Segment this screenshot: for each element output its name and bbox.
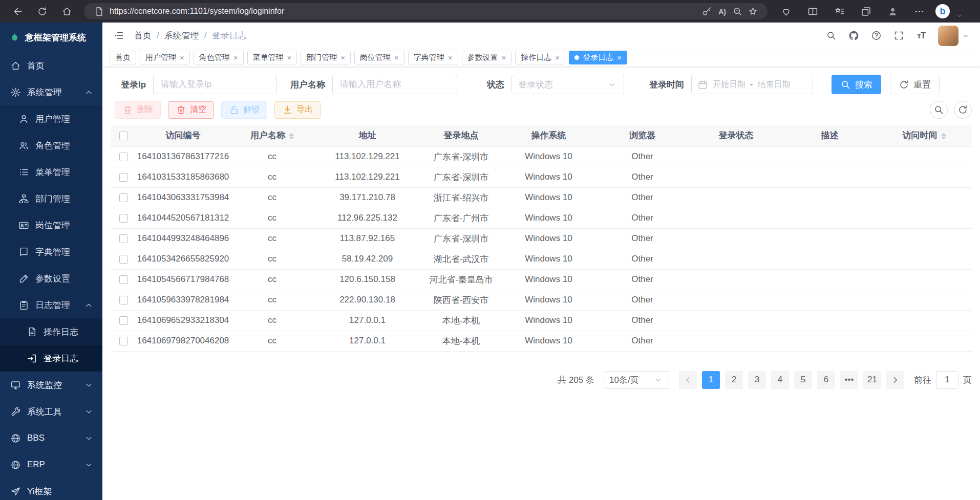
favorite-star-icon[interactable] (745, 4, 760, 19)
sidebar-item-system-tools[interactable]: 系统工具 (0, 398, 102, 425)
page-button-2[interactable]: 2 (725, 371, 743, 389)
status-select[interactable]: 登录状态 (512, 75, 624, 94)
bing-chat-icon[interactable]: b (935, 4, 950, 18)
tab-operation-log[interactable]: 操作日志× (515, 51, 565, 64)
bing-caret-icon[interactable] (956, 12, 963, 19)
clear-button[interactable]: 清空 (168, 101, 214, 119)
close-icon[interactable]: × (340, 54, 345, 61)
sidebar-item-bbs[interactable]: BBS (0, 425, 102, 451)
toggle-search-button[interactable] (930, 101, 948, 119)
tab-login-log[interactable]: 登录日志× (569, 51, 627, 64)
header-search-icon[interactable] (821, 26, 841, 46)
sidebar-item-system-management[interactable]: 系统管理 (0, 79, 102, 105)
page-button-21[interactable]: 21 (863, 371, 881, 389)
sidebar-item-menu-management[interactable]: 菜单管理 (0, 159, 102, 185)
row-checkbox[interactable] (119, 153, 128, 161)
sidebar-item-dict-management[interactable]: 字典管理 (0, 238, 102, 265)
refresh-icon[interactable] (32, 1, 52, 21)
sidebar-item-role-management[interactable]: 角色管理 (0, 132, 102, 159)
close-icon[interactable]: × (617, 54, 622, 61)
tab-department-management[interactable]: 部门管理× (301, 51, 351, 64)
username-input[interactable] (332, 75, 457, 94)
row-checkbox[interactable] (119, 316, 128, 325)
goto-page-input[interactable] (936, 371, 958, 389)
row-checkbox[interactable] (119, 214, 128, 223)
sidebar-item-post-management[interactable]: 岗位管理 (0, 212, 102, 238)
close-icon[interactable]: × (555, 54, 560, 61)
row-checkbox[interactable] (119, 337, 128, 345)
export-button[interactable]: 导出 (274, 101, 321, 119)
sort-control[interactable] (941, 131, 946, 142)
row-checkbox[interactable] (119, 275, 128, 284)
next-page-button[interactable] (886, 371, 904, 389)
favorites-bar-icon[interactable] (829, 1, 849, 21)
site-info-icon[interactable] (91, 4, 106, 19)
breadcrumb-system[interactable]: 系统管理 (164, 30, 199, 41)
browser-profile-icon[interactable] (882, 1, 903, 21)
row-checkbox[interactable] (119, 173, 128, 182)
page-button-4[interactable]: 4 (771, 371, 789, 389)
tab-user-management[interactable]: 用户管理× (140, 51, 190, 64)
sidebar-item-param-settings[interactable]: 参数设置 (0, 265, 102, 292)
more-pages-button[interactable]: ••• (840, 371, 858, 389)
browser-essentials-icon[interactable] (776, 1, 796, 21)
search-button[interactable]: 搜索 (832, 75, 881, 94)
page-button-6[interactable]: 6 (817, 371, 835, 389)
password-key-icon[interactable] (699, 4, 714, 19)
refresh-table-button[interactable] (954, 101, 972, 119)
url-text[interactable]: https://ccnetcore.com:1101/system/log/lo… (110, 7, 699, 16)
unlock-button[interactable]: 解锁 (221, 101, 267, 119)
tab-post-management[interactable]: 岗位管理× (354, 51, 404, 64)
login-ip-input[interactable] (153, 75, 277, 94)
close-icon[interactable]: × (394, 54, 399, 61)
tab-param-settings[interactable]: 参数设置× (462, 51, 512, 64)
delete-button[interactable]: 删除 (115, 101, 161, 119)
date-range-picker[interactable]: 开始日期 - 结束日期 (691, 75, 813, 94)
sidebar-item-home[interactable]: 首页 (0, 52, 102, 79)
close-icon[interactable]: × (180, 54, 184, 61)
row-checkbox[interactable] (119, 193, 128, 202)
tab-menu-management[interactable]: 菜单管理× (247, 51, 297, 64)
breadcrumb-home[interactable]: 首页 (134, 30, 152, 41)
sort-control[interactable] (289, 131, 294, 142)
github-icon[interactable] (844, 26, 863, 46)
help-icon[interactable] (866, 26, 886, 46)
tab-dict-management[interactable]: 字典管理× (408, 51, 458, 64)
sidebar-item-erp[interactable]: ERP (0, 451, 102, 478)
sidebar-item-log-management[interactable]: 日志管理 (0, 292, 102, 318)
row-checkbox[interactable] (119, 255, 128, 264)
sidebar-collapse-icon[interactable] (109, 26, 128, 46)
browser-home-icon[interactable] (56, 1, 77, 21)
tab-home[interactable]: 首页 (110, 51, 136, 64)
settings-menu-icon[interactable] (909, 1, 929, 21)
select-all-checkbox[interactable] (119, 132, 128, 140)
close-icon[interactable]: × (287, 54, 292, 61)
split-screen-icon[interactable] (802, 1, 823, 21)
close-icon[interactable]: × (502, 54, 506, 61)
page-button-1[interactable]: 1 (702, 371, 720, 389)
page-size-select[interactable]: 10条/页 (604, 371, 669, 389)
zoom-out-icon[interactable] (730, 4, 745, 19)
app-logo[interactable]: 意框架管理系统 (0, 23, 102, 52)
sidebar-item-department-management[interactable]: 部门管理 (0, 185, 102, 212)
close-icon[interactable]: × (233, 54, 238, 61)
prev-page-button[interactable] (679, 371, 697, 389)
sidebar-item-operation-log[interactable]: 操作日志 (0, 318, 102, 345)
reset-button[interactable]: 重置 (890, 75, 940, 94)
back-icon[interactable] (7, 1, 28, 21)
sidebar-item-user-management[interactable]: 用户管理 (0, 105, 102, 132)
page-button-3[interactable]: 3 (748, 371, 766, 389)
collections-icon[interactable] (856, 1, 876, 21)
avatar-caret-icon[interactable] (962, 32, 970, 40)
row-checkbox[interactable] (119, 296, 128, 305)
close-icon[interactable]: × (448, 54, 453, 61)
font-size-icon[interactable]: тT (911, 26, 931, 46)
sidebar-item-system-monitor[interactable]: 系统监控 (0, 372, 102, 398)
page-button-5[interactable]: 5 (794, 371, 812, 389)
address-bar[interactable]: https://ccnetcore.com:1101/system/log/lo… (84, 3, 768, 19)
read-aloud-icon[interactable]: A) (714, 4, 730, 19)
sidebar-item-login-log[interactable]: 登录日志 (0, 345, 102, 372)
tab-role-management[interactable]: 角色管理× (194, 51, 244, 64)
fullscreen-icon[interactable] (889, 26, 908, 46)
user-avatar[interactable] (938, 26, 958, 46)
